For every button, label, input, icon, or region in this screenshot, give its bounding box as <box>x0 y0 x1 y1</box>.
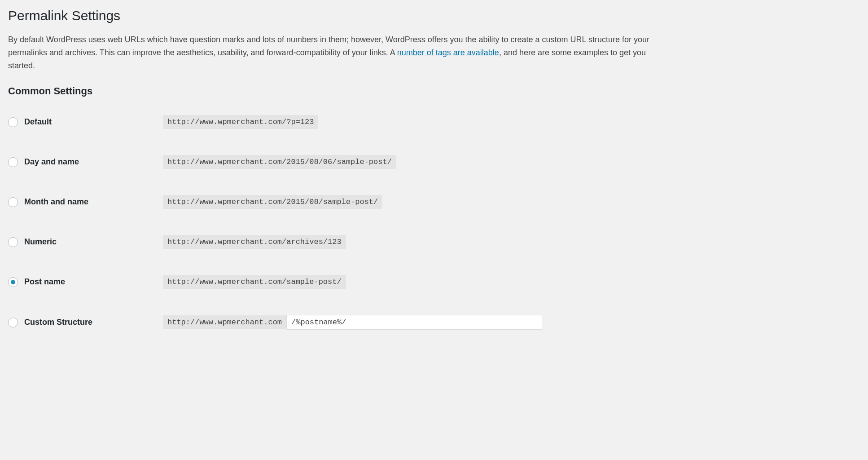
page-description: By default WordPress uses web URLs which… <box>8 33 663 72</box>
example-default: http://www.wpmerchant.com/?p=123 <box>163 115 318 129</box>
example-numeric: http://www.wpmerchant.com/archives/123 <box>163 235 346 249</box>
setting-row-day-and-name: Day and name http://www.wpmerchant.com/2… <box>8 155 860 169</box>
common-settings-heading: Common Settings <box>8 85 860 97</box>
radio-post-name[interactable] <box>8 277 18 287</box>
label-default: Default <box>24 117 52 127</box>
tags-available-link[interactable]: number of tags are available <box>397 48 499 57</box>
page-title: Permalink Settings <box>8 8 860 23</box>
label-numeric: Numeric <box>24 237 57 247</box>
radio-default[interactable] <box>8 117 18 127</box>
example-month-and-name: http://www.wpmerchant.com/2015/08/sample… <box>163 195 382 209</box>
setting-row-default: Default http://www.wpmerchant.com/?p=123 <box>8 115 860 129</box>
example-day-and-name: http://www.wpmerchant.com/2015/08/06/sam… <box>163 155 396 169</box>
radio-numeric[interactable] <box>8 237 18 247</box>
custom-base-url: http://www.wpmerchant.com <box>163 315 286 329</box>
radio-month-and-name[interactable] <box>8 197 18 207</box>
label-custom-structure: Custom Structure <box>24 318 92 327</box>
label-day-and-name: Day and name <box>24 157 79 167</box>
setting-row-custom-structure: Custom Structure http://www.wpmerchant.c… <box>8 315 860 330</box>
label-post-name: Post name <box>24 277 65 287</box>
setting-row-post-name: Post name http://www.wpmerchant.com/samp… <box>8 275 860 289</box>
example-post-name: http://www.wpmerchant.com/sample-post/ <box>163 275 346 289</box>
label-month-and-name: Month and name <box>24 197 88 207</box>
radio-day-and-name[interactable] <box>8 157 18 167</box>
custom-structure-input[interactable] <box>286 315 542 330</box>
radio-custom-structure[interactable] <box>8 318 18 327</box>
setting-row-numeric: Numeric http://www.wpmerchant.com/archiv… <box>8 235 860 249</box>
setting-row-month-and-name: Month and name http://www.wpmerchant.com… <box>8 195 860 209</box>
